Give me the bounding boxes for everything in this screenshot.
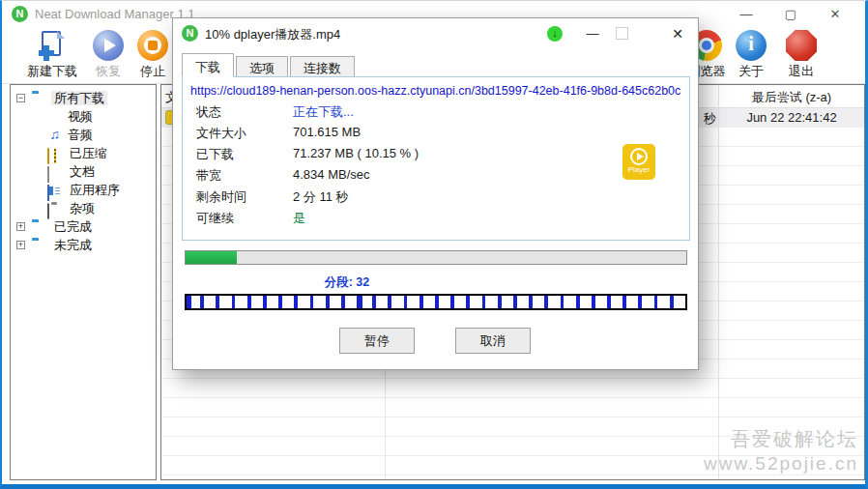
tree-item-completed[interactable]: + 已完成	[11, 217, 156, 236]
dialog-titlebar[interactable]: N 10% dplayer播放器.mp4 ↓ — ✕	[173, 18, 698, 49]
dialog-tabs: 下载 选项 连接数	[182, 53, 357, 77]
app-logo-icon: N	[12, 6, 28, 22]
exit-button[interactable]: 退出	[761, 30, 842, 80]
field-value-resumable: 是	[293, 210, 305, 227]
expand-expander[interactable]: +	[16, 222, 25, 231]
player-button[interactable]: Player	[622, 144, 655, 180]
progress-fill	[186, 251, 237, 264]
segment-cell	[312, 296, 328, 308]
segment-cell	[578, 296, 593, 308]
cancel-button[interactable]: 取消	[455, 328, 531, 354]
segment-cell	[217, 296, 233, 308]
column-header-last-try[interactable]: 最后尝试 (z-a)	[718, 89, 865, 106]
exit-icon	[786, 30, 817, 61]
play-icon	[630, 148, 648, 165]
segment-cell	[421, 296, 437, 308]
segment-cell	[437, 296, 452, 308]
segment-cell	[531, 296, 546, 308]
dialog-title: 10% dplayer播放器.mp4	[205, 26, 340, 43]
tree-item-compressed[interactable]: 已压缩	[11, 144, 156, 162]
tree-item-all-downloads[interactable]: − 所有下载	[11, 89, 156, 107]
segment-cell	[672, 296, 685, 308]
watermark-line2: www.52pojie.cn	[704, 451, 858, 475]
field-label-filesize: 文件大小	[196, 125, 246, 142]
field-label-status: 状态	[196, 103, 221, 121]
segment-cell	[249, 296, 265, 308]
downloading-indicator-icon: ↓	[547, 26, 563, 42]
segment-cell	[484, 296, 500, 308]
field-label-downloaded: 已下载	[196, 146, 234, 163]
field-value-status: 正在下载...	[293, 103, 354, 121]
player-label: Player	[622, 165, 655, 175]
progress-bar	[185, 250, 687, 265]
download-progress-dialog: N 10% dplayer播放器.mp4 ↓ — ✕ 下载 选项 连接数 htt…	[172, 17, 699, 370]
segment-cell	[187, 296, 202, 308]
download-info-panel: https://cloud189-henan-person.oos-hazz.c…	[182, 76, 690, 241]
segment-bar	[185, 294, 687, 310]
segment-cell	[406, 296, 421, 308]
tree-item-incomplete[interactable]: + 未完成	[11, 236, 156, 254]
category-tree: − 所有下载 视频 ♫ 音频 已压缩 文档 应用程序 杂项 +	[10, 84, 157, 480]
segment-cell	[234, 296, 249, 308]
field-value-filesize: 701.615 MB	[293, 125, 361, 139]
segment-cell	[452, 296, 468, 308]
dialog-minimize-button[interactable]: —	[579, 20, 606, 47]
new-download-icon	[37, 30, 68, 61]
field-value-bandwidth: 4.834 MB/sec	[293, 167, 370, 182]
row-last-try-cell: Jun 22 22:41:42	[718, 110, 865, 125]
tree-item-misc[interactable]: 杂项	[11, 199, 156, 217]
segment-cell	[656, 296, 672, 308]
segment-cell	[624, 296, 640, 308]
close-button[interactable]: ✕	[813, 1, 857, 28]
field-value-downloaded: 71.237 MB ( 10.15 % )	[293, 146, 419, 160]
field-label-time-left: 剩余时间	[196, 188, 246, 206]
pause-button[interactable]: 暂停	[339, 328, 415, 354]
segment-cell	[202, 296, 217, 308]
segment-cell	[563, 296, 578, 308]
segment-cell	[468, 296, 483, 308]
field-label-bandwidth: 带宽	[196, 167, 221, 185]
stop-icon	[137, 30, 168, 61]
tree-item-video[interactable]: 视频	[11, 107, 156, 126]
segment-cell	[328, 296, 343, 308]
minimize-button[interactable]: —	[724, 1, 768, 28]
segment-cell	[296, 296, 311, 308]
expand-expander[interactable]: +	[16, 241, 25, 249]
tree-item-applications[interactable]: 应用程序	[11, 181, 156, 199]
watermark: 吾爱破解论坛 www.52pojie.cn	[704, 427, 858, 475]
segment-cell	[374, 296, 390, 308]
dialog-close-button[interactable]: ✕	[664, 20, 691, 47]
tab-options[interactable]: 选项	[236, 56, 288, 77]
segment-cell	[265, 296, 280, 308]
segment-cell	[593, 296, 609, 308]
tab-download[interactable]: 下载	[182, 53, 234, 77]
segments-label: 分段: 32	[279, 274, 415, 291]
music-note-icon: ♫	[47, 129, 62, 141]
segment-cell	[515, 296, 531, 308]
segment-cell	[359, 296, 374, 308]
dialog-app-icon: N	[182, 25, 198, 42]
maximize-button[interactable]: ▢	[768, 1, 813, 28]
column-divider	[718, 85, 719, 479]
segment-cell	[343, 296, 359, 308]
dialog-maximize-button	[616, 27, 628, 40]
tree-item-audio[interactable]: ♫ 音频	[11, 126, 156, 144]
segment-cell	[546, 296, 562, 308]
segment-cell	[640, 296, 655, 308]
segment-cell	[280, 296, 296, 308]
tab-connections[interactable]: 连接数	[290, 56, 355, 77]
segment-cell	[500, 296, 515, 308]
collapse-expander[interactable]: −	[16, 94, 25, 102]
segment-cell	[390, 296, 405, 308]
window-title: Neat Download Manager 1.1	[35, 7, 195, 21]
tree-item-documents[interactable]: 文档	[11, 162, 156, 181]
field-value-time-left: 2 分 11 秒	[293, 188, 349, 206]
download-url: https://cloud189-henan-person.oos-hazz.c…	[190, 84, 681, 98]
field-label-resumable: 可继续	[196, 210, 234, 227]
watermark-line1: 吾爱破解论坛	[704, 427, 858, 451]
segment-cell	[609, 296, 624, 308]
